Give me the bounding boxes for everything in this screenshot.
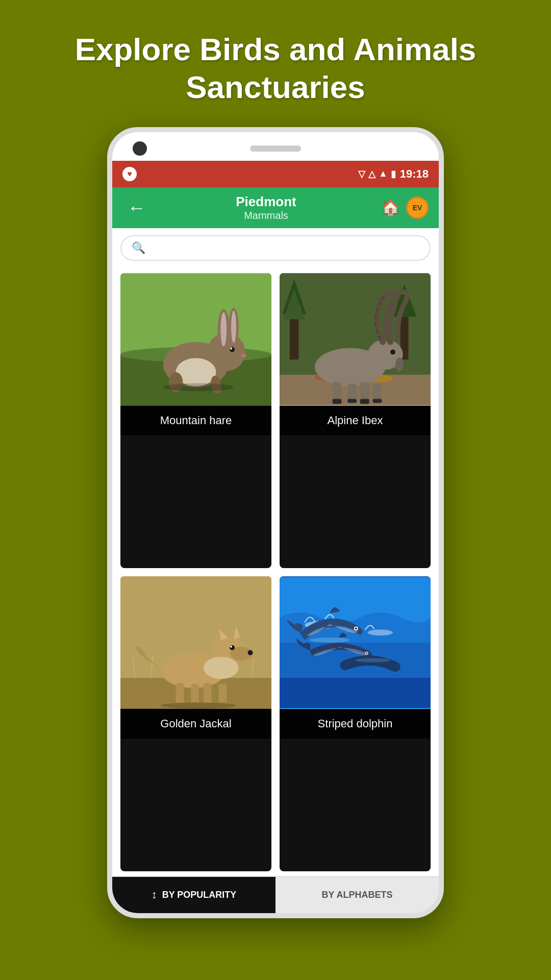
toolbar-right: 🏠 EV [381,197,429,219]
animal-card-mountain-hare[interactable]: Mountain hare [120,273,271,568]
svg-rect-35 [347,399,357,403]
svg-point-52 [230,645,235,650]
search-icon: 🔍 [132,241,145,255]
toolbar: ← Piedmont Mammals 🏠 EV [112,187,439,228]
svg-point-29 [395,357,404,372]
status-time: 19:18 [400,167,429,181]
tab-by-popularity[interactable]: ↕ BY POPULARITY [112,877,276,913]
tab-alphabets-label: BY ALPHABETS [321,890,392,900]
hare-image [120,273,271,406]
search-input-wrap: 🔍 [120,235,431,261]
svg-rect-58 [204,683,212,705]
signal-icon: △ [368,168,375,180]
tab-popularity-label: BY POPULARITY [162,890,237,900]
sort-icon: ↕ [152,888,157,901]
svg-point-10 [230,348,232,350]
front-camera [133,141,147,156]
back-button[interactable]: ← [122,192,151,224]
speaker [250,145,301,152]
svg-rect-56 [176,683,184,705]
app-title: Explore Birds and Animals Sanctuaries [0,0,551,127]
phone-top-bezel [112,132,439,161]
svg-point-8 [231,311,236,343]
status-left: ♥ [122,167,137,181]
toolbar-title-sub: Mammals [151,210,381,222]
svg-rect-75 [280,678,431,708]
animal-card-striped-dolphin[interactable]: Striped dolphin [280,576,431,871]
svg-point-15 [163,383,234,391]
svg-rect-34 [333,399,342,404]
svg-point-55 [204,656,239,678]
svg-point-28 [390,350,395,355]
bottom-tabs: ↕ BY POPULARITY BY ALPHABETS [112,876,439,913]
toolbar-title-main: Piedmont [151,194,381,210]
status-right: ▽ △ ▲ ▮ 19:18 [358,167,429,181]
svg-point-11 [241,353,246,357]
signal-full-icon: ▲ [379,168,388,179]
animal-label-golden-jackal: Golden Jackal [120,709,271,739]
svg-rect-37 [373,399,382,403]
status-icons: ▽ △ ▲ ▮ [358,168,396,180]
svg-rect-36 [360,399,369,404]
svg-point-68 [368,629,393,635]
svg-point-9 [230,347,235,352]
tab-by-alphabets[interactable]: BY ALPHABETS [276,877,439,913]
svg-point-7 [220,312,227,347]
toolbar-title: Piedmont Mammals [151,194,381,222]
animal-label-striped-dolphin: Striped dolphin [280,709,431,739]
jackal-image [120,576,271,709]
wifi-icon: ▽ [358,168,365,180]
animal-label-alpine-ibex: Alpine Ibex [280,406,431,435]
animal-card-golden-jackal[interactable]: Golden Jackal [120,576,271,871]
animal-label-mountain-hare: Mountain hare [120,406,271,435]
animals-grid: Mountain hare [112,268,439,876]
battery-icon: ▮ [391,168,396,180]
notification-icon: ♥ [122,167,137,181]
svg-point-70 [355,627,357,629]
svg-point-64 [161,702,236,708]
svg-point-53 [230,646,232,648]
animal-card-alpine-ibex[interactable]: Alpine Ibex [280,273,431,568]
ibex-image [280,273,431,406]
search-bar: 🔍 [112,228,439,268]
svg-point-72 [366,652,367,654]
svg-point-73 [310,638,350,643]
phone-frame: ♥ ▽ △ ▲ ▮ 19:18 ← Piedmont Mammals 🏠 EV … [107,127,444,918]
search-input[interactable] [151,242,419,254]
svg-point-54 [248,650,253,655]
home-button[interactable]: 🏠 [381,199,400,216]
ev-badge-button[interactable]: EV [406,197,429,219]
status-bar: ♥ ▽ △ ▲ ▮ 19:18 [112,161,439,187]
svg-point-74 [355,658,390,662]
dolphin-image [280,576,431,709]
